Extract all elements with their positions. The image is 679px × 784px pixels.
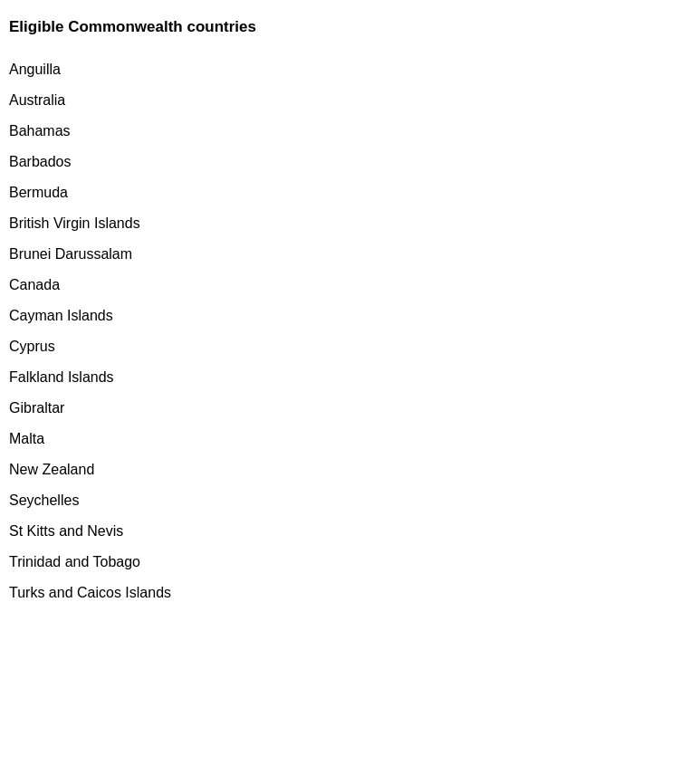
list-item: Barbados [9, 147, 670, 177]
list-item: Gibraltar [9, 393, 670, 424]
list-item: Seychelles [9, 485, 670, 516]
list-item: Falkland Islands [9, 362, 670, 393]
list-item: Bahamas [9, 116, 670, 147]
list-item: St Kitts and Nevis [9, 516, 670, 547]
list-item: British Virgin Islands [9, 208, 670, 239]
country-list: AnguillaAustraliaBahamasBarbadosBermudaB… [9, 54, 670, 608]
list-item: Brunei Darussalam [9, 239, 670, 270]
page-title: Eligible Commonwealth countries [9, 18, 670, 36]
list-item: Malta [9, 424, 670, 454]
list-item: Cayman Islands [9, 301, 670, 331]
list-item: Turks and Caicos Islands [9, 578, 670, 608]
list-item: Anguilla [9, 54, 670, 85]
list-item: Bermuda [9, 177, 670, 208]
list-item: Trinidad and Tobago [9, 547, 670, 578]
list-item: New Zealand [9, 454, 670, 485]
list-item: Australia [9, 85, 670, 116]
list-item: Canada [9, 270, 670, 301]
list-item: Cyprus [9, 331, 670, 362]
